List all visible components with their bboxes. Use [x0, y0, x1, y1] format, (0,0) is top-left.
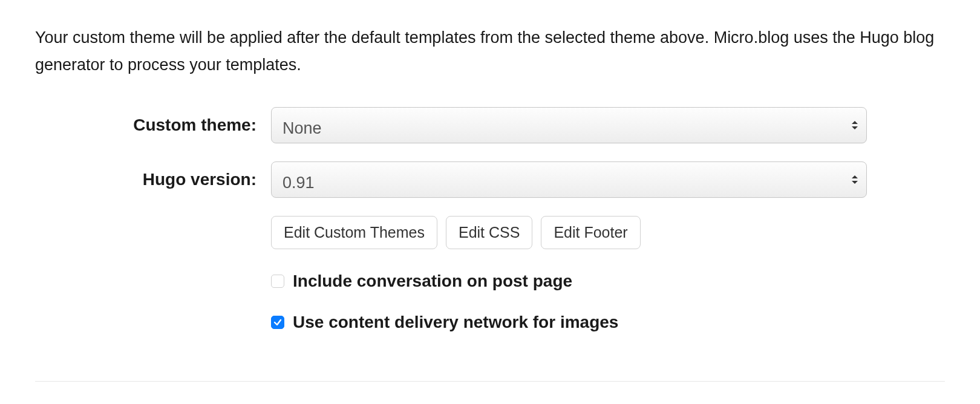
custom-theme-select-value: None — [271, 107, 867, 143]
include-conversation-label: Include conversation on post page — [293, 267, 572, 295]
intro-text: Your custom theme will be applied after … — [35, 24, 945, 78]
custom-theme-label: Custom theme: — [35, 111, 271, 139]
hugo-version-select-value: 0.91 — [271, 161, 867, 198]
use-cdn-option[interactable]: Use content delivery network for images — [271, 308, 867, 336]
edit-css-button[interactable]: Edit CSS — [446, 216, 532, 249]
checkbox-checked-icon — [271, 316, 284, 329]
custom-theme-row: Custom theme: None — [35, 107, 945, 143]
edit-footer-button[interactable]: Edit Footer — [541, 216, 640, 249]
include-conversation-option[interactable]: Include conversation on post page — [271, 267, 867, 295]
use-cdn-label: Use content delivery network for images — [293, 308, 618, 336]
edit-custom-themes-button[interactable]: Edit Custom Themes — [271, 216, 437, 249]
divider — [35, 381, 945, 382]
hugo-version-row: Hugo version: 0.91 — [35, 161, 945, 198]
hugo-version-label: Hugo version: — [35, 166, 271, 194]
hugo-version-select[interactable]: 0.91 — [271, 161, 867, 198]
buttons-row: Edit Custom Themes Edit CSS Edit Footer — [35, 216, 945, 249]
checkbox-unchecked-icon — [271, 275, 284, 288]
checkboxes-row: Include conversation on post page Use co… — [35, 267, 945, 350]
custom-theme-select[interactable]: None — [271, 107, 867, 143]
